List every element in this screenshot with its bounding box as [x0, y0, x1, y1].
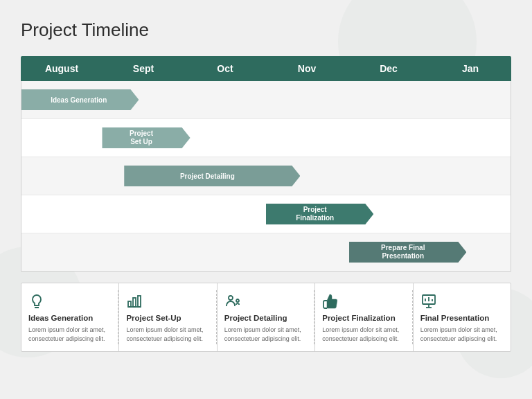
bottom-item-ideas: Ideas Generation Lorem ipsum dolor sit a… — [21, 283, 119, 351]
finalization-title: Project Finalization — [322, 314, 405, 322]
bar-wrapper-finalization: Project Finalization — [21, 200, 511, 229]
detailing-desc: Lorem ipsum dolor sit amet, consectetuer… — [224, 326, 308, 343]
month-sept: Sept — [103, 56, 184, 81]
chart-bar-icon — [126, 293, 209, 310]
gantt-row-detailing: Project Detailing — [21, 157, 511, 195]
bar-wrapper-ideas: Ideas Generation — [21, 85, 511, 114]
bar-ideas: Ideas Generation — [21, 89, 139, 110]
month-nov: Nov — [266, 56, 348, 81]
thumbs-up-icon — [322, 293, 405, 310]
bar-setup: Project Set Up — [102, 127, 190, 148]
ideas-desc: Lorem ipsum dolor sit amet, consectetuer… — [28, 326, 112, 343]
gantt-chart: Ideas Generation Project Set Up Project … — [21, 81, 511, 272]
bar-detailing: Project Detailing — [124, 166, 300, 186]
bar-finalization: Project Finalization — [266, 204, 373, 224]
gantt-row-ideas: Ideas Generation — [21, 81, 511, 119]
gantt-row-finalization: Project Finalization — [21, 195, 511, 233]
svg-rect-3 — [138, 296, 141, 307]
bar-wrapper-detailing: Project Detailing — [21, 161, 511, 190]
setup-desc: Lorem ipsum dolor sit amet, consectetuer… — [126, 326, 209, 343]
detailing-title: Project Detailing — [224, 314, 308, 322]
setup-title: Project Set-Up — [126, 314, 209, 322]
gantt-row-setup: Project Set Up — [21, 119, 511, 157]
month-jan: Jan — [429, 56, 511, 81]
lightbulb-icon — [28, 293, 112, 310]
month-dec: Dec — [348, 56, 429, 81]
ideas-title: Ideas Generation — [28, 314, 112, 322]
presentation-desc: Lorem ipsum dolor sit amet, consectetuer… — [420, 326, 504, 343]
bottom-item-finalization: Project Finalization Lorem ipsum dolor s… — [315, 283, 413, 351]
bottom-item-setup: Project Set-Up Lorem ipsum dolor sit ame… — [119, 283, 217, 351]
svg-rect-1 — [128, 301, 131, 307]
bar-wrapper-setup: Project Set Up — [21, 123, 511, 152]
main-container: Project Timeline August Sept Oct Nov Dec… — [0, 0, 532, 364]
bottom-item-detailing: Project Detailing Lorem ipsum dolor sit … — [218, 283, 315, 351]
bottom-section: Ideas Generation Lorem ipsum dolor sit a… — [21, 283, 511, 352]
gantt-row-presentation: Prepare Final Presentation — [21, 233, 511, 271]
finalization-desc: Lorem ipsum dolor sit amet, consectetuer… — [322, 326, 405, 343]
users-gear-icon — [224, 293, 308, 310]
bar-presentation: Prepare Final Presentation — [349, 242, 466, 263]
svg-rect-2 — [133, 298, 136, 307]
presentation-icon — [420, 293, 504, 310]
svg-point-6 — [236, 299, 239, 302]
bottom-item-presentation: Final Presentation Lorem ipsum dolor sit… — [414, 283, 511, 351]
svg-point-5 — [229, 296, 233, 300]
month-oct: Oct — [184, 56, 266, 81]
timeline-header: August Sept Oct Nov Dec Jan — [21, 56, 511, 81]
month-august: August — [21, 56, 103, 81]
presentation-title: Final Presentation — [420, 314, 504, 322]
page-title: Project Timeline — [21, 19, 511, 41]
bar-wrapper-presentation: Prepare Final Presentation — [21, 238, 511, 267]
